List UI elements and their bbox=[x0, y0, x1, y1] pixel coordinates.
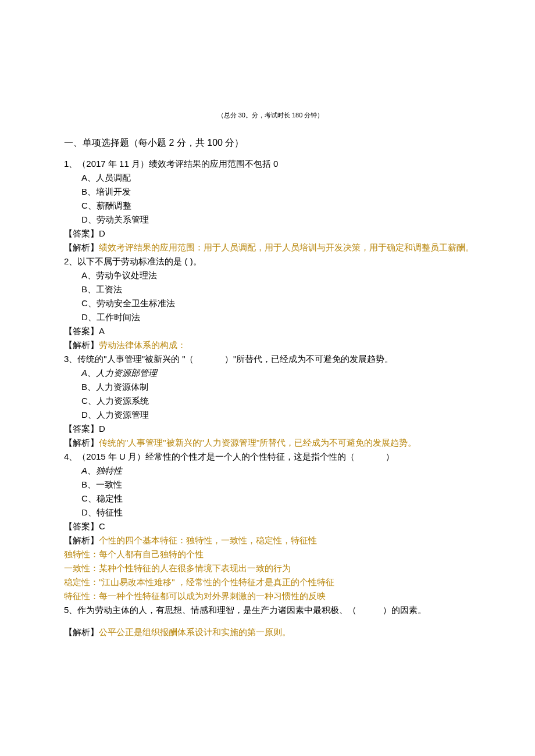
q4-analysis-line3: 一致性：某种个性特征的人在很多情境下表现出一致的行为 bbox=[64, 561, 477, 575]
q1-option-b: B、培训开发 bbox=[81, 185, 477, 199]
q5-stem-a: 5、作为劳动主体的人，有思想、情感和理智，是生产力诸因素中最积极、（ bbox=[64, 605, 356, 615]
q3-option-d: D、人力资源管理 bbox=[81, 408, 477, 422]
q5-analysis: 【解析】公平公正是组织报酬体系设计和实施的第一原则。 bbox=[64, 625, 477, 639]
analysis-text: 公平公正是组织报酬体系设计和实施的第一原则。 bbox=[99, 627, 291, 637]
exam-meta: （总分 30。分，考试时长 180 分钟） bbox=[64, 110, 477, 121]
q4-analysis-line5: 特征性：每一种个性特征都可以成为对外界刺激的一种习惯性的反映 bbox=[64, 589, 477, 603]
q1-stem: 1、（2017 年 11 月）绩效考评结果的应用范围不包括 0 bbox=[64, 157, 477, 171]
q3-option-c: C、人力资源系统 bbox=[81, 394, 477, 408]
analysis-label: 【解析】 bbox=[64, 340, 99, 350]
q2-option-b: B、工资法 bbox=[81, 282, 477, 296]
q1-option-a: A、人员调配 bbox=[81, 171, 477, 185]
q1-analysis: 【解析】绩效考评结果的应用范围：用于人员调配，用于人员培训与开发决策，用于确定和… bbox=[64, 241, 477, 255]
q4-analysis-line4: 稳定性："江山易改本性难移" ，经常性的个性特征才是真正的个性特征 bbox=[64, 575, 477, 589]
q4-option-d: D、特征性 bbox=[81, 506, 477, 519]
q5-stem-b: ）的因素。 bbox=[383, 605, 426, 615]
q5-stem: 5、作为劳动主体的人，有思想、情感和理智，是生产力诸因素中最积极、（）的因素。 bbox=[64, 603, 477, 617]
q2-option-c: C、劳动安全卫生标准法 bbox=[81, 296, 477, 310]
analysis-text: 传统的"人事管理"被新兴的"人力资源管理"所替代，已经成为不可避免的发展趋势。 bbox=[99, 438, 416, 447]
q4-option-a: A、独特性 bbox=[81, 464, 477, 478]
analysis-label: 【解析】 bbox=[64, 627, 99, 637]
q4-option-c: C、稳定性 bbox=[81, 492, 477, 506]
analysis-label: 【解析】 bbox=[64, 242, 99, 252]
q3-stem-a: 3、传统的"人事管理"被新兴的 "（ bbox=[64, 354, 194, 364]
q1-answer: 【答案】D bbox=[64, 227, 477, 241]
q1-option-c: C、薪酬调整 bbox=[81, 199, 477, 213]
q3-option-a: A、人力资源部管理 bbox=[81, 366, 477, 380]
analysis-label: 【解析】 bbox=[64, 438, 99, 447]
blank-line bbox=[64, 617, 477, 625]
q3-analysis: 【解析】传统的"人事管理"被新兴的"人力资源管理"所替代，已经成为不可避免的发展… bbox=[64, 436, 477, 450]
q4-stem-b: ） bbox=[386, 452, 394, 461]
q2-answer: 【答案】A bbox=[64, 324, 477, 338]
q2-option-a: A、劳动争议处理法 bbox=[81, 268, 477, 282]
q4-option-b: B、一致性 bbox=[81, 478, 477, 492]
q3-answer: 【答案】D bbox=[64, 422, 477, 436]
analysis-text: 个性的四个基本特征：独特性，一致性，稳定性，特征性 bbox=[99, 535, 317, 545]
q4-analysis-line1: 【解析】个性的四个基本特征：独特性，一致性，稳定性，特征性 bbox=[64, 533, 477, 547]
analysis-text: 绩效考评结果的应用范围：用于人员调配，用于人员培训与开发决策，用于确定和调整员工… bbox=[99, 242, 474, 252]
q1-option-d: D、劳动关系管理 bbox=[81, 213, 477, 227]
q3-stem: 3、传统的"人事管理"被新兴的 "（）"所替代，已经成为不可避免的发展趋势。 bbox=[64, 352, 477, 366]
section-title: 一、单项选择题（每小题 2 分，共 100 分） bbox=[64, 135, 477, 151]
q4-answer: 【答案】C bbox=[64, 519, 477, 533]
q2-analysis: 【解析】劳动法律体系的构成： bbox=[64, 338, 477, 352]
analysis-text: 劳动法律体系的构成： bbox=[99, 340, 186, 350]
analysis-label: 【解析】 bbox=[64, 535, 99, 545]
q3-stem-b: ）"所替代，已经成为不可避免的发展趋势。 bbox=[224, 354, 393, 364]
q4-stem-a: 4、（2015 年 U 月）经常性的个性才是一个人的个性特征，这是指个性的（ bbox=[64, 452, 355, 461]
q2-option-d: D、工作时间法 bbox=[81, 310, 477, 324]
q4-analysis-line2: 独特性：每个人都有自己独特的个性 bbox=[64, 547, 477, 561]
q3-option-b: B、人力资源体制 bbox=[81, 380, 477, 394]
q4-stem: 4、（2015 年 U 月）经常性的个性才是一个人的个性特征，这是指个性的（） bbox=[64, 450, 477, 464]
q2-stem: 2、以下不属于劳动标准法的是 ( )。 bbox=[64, 255, 477, 268]
